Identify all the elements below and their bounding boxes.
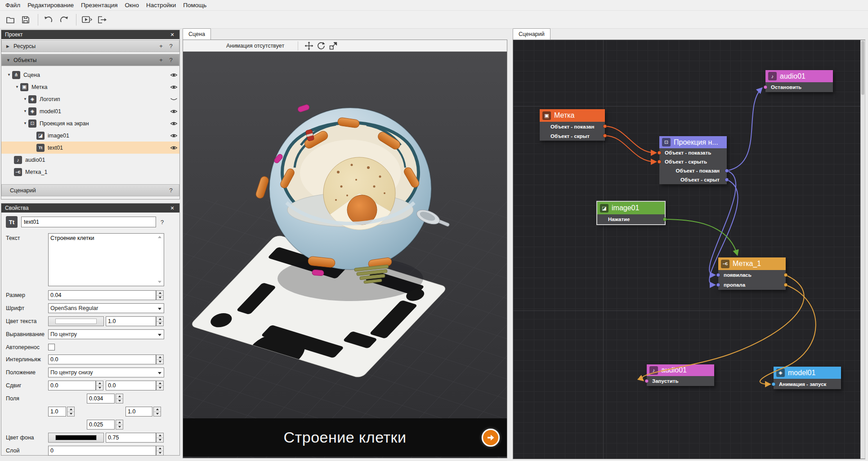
- open-project-button[interactable]: [4, 13, 17, 27]
- add-resource-button[interactable]: +: [157, 43, 165, 49]
- node-audio01-stop[interactable]: ♪ audio01 Остановить: [765, 70, 833, 92]
- node-port-row[interactable]: Анимация - запуск: [774, 379, 841, 389]
- close-icon[interactable]: ✕: [169, 205, 176, 211]
- offset-x-spinner[interactable]: [96, 381, 103, 390]
- bg-color-alpha-spinner[interactable]: [156, 433, 164, 443]
- node-port-row[interactable]: Объект - скрыт: [659, 175, 727, 184]
- menu-window[interactable]: Окно: [121, 0, 143, 10]
- visibility-eye-closed-icon[interactable]: [168, 97, 179, 102]
- tree-item-logo[interactable]: ▼ ◈ Логотип: [1, 93, 179, 105]
- node-port-row[interactable]: пропала: [718, 280, 786, 290]
- size-input[interactable]: [48, 290, 156, 300]
- margin-right-spinner[interactable]: [153, 407, 161, 417]
- tree-item-screen-projection[interactable]: ▼ ⊡ Проекция на экран: [1, 117, 179, 129]
- section-scenario[interactable]: Сценарий ?: [1, 184, 179, 196]
- section-resources[interactable]: ▶ Ресурсы + ?: [1, 40, 179, 52]
- layer-spinner[interactable]: [156, 446, 164, 456]
- bg-color-swatch[interactable]: [48, 433, 104, 443]
- font-select[interactable]: OpenSans Regular: [48, 303, 164, 313]
- chevron-down-icon[interactable]: ▼: [22, 121, 28, 125]
- close-icon[interactable]: ✕: [169, 32, 176, 38]
- menu-settings[interactable]: Настройки: [143, 0, 179, 10]
- node-marker1[interactable]: −Є Метка_1 появилась пропала: [718, 257, 786, 290]
- tree-item-model01[interactable]: ▼ ◈ model01: [1, 105, 179, 117]
- node-port-row[interactable]: Остановить: [765, 82, 833, 92]
- text-color-alpha-input[interactable]: [106, 316, 156, 326]
- position-select[interactable]: По центру снизу: [48, 368, 164, 377]
- node-projection[interactable]: ⊡ Проекция н... Объект - показать Объект…: [659, 136, 727, 184]
- scroll-up-icon[interactable]: [158, 236, 161, 238]
- text-color-alpha-spinner[interactable]: [156, 316, 164, 326]
- tree-item-marker1[interactable]: −Є Метка_1: [1, 166, 179, 178]
- object-name-input[interactable]: [21, 217, 156, 227]
- margin-left-input[interactable]: [48, 407, 66, 417]
- scenario-graph[interactable]: ▣ Метка Объект - показан Объект - скрыт …: [513, 40, 865, 459]
- tab-scene[interactable]: Сцена: [183, 28, 211, 40]
- layer-input[interactable]: [48, 446, 156, 456]
- visibility-eye-icon[interactable]: [168, 84, 179, 90]
- node-port-row[interactable]: Объект - скрыть: [659, 157, 727, 166]
- chevron-down-icon[interactable]: ▼: [6, 73, 12, 77]
- tree-item-text01[interactable]: Tt text01: [1, 142, 179, 154]
- node-port-row[interactable]: Нажатие: [597, 214, 665, 224]
- node-port-row[interactable]: Объект - показан: [540, 122, 605, 131]
- wrap-checkbox[interactable]: [48, 344, 55, 350]
- node-port-row[interactable]: появилась: [718, 270, 786, 280]
- tree-item-image01[interactable]: ◪ image01: [1, 129, 179, 142]
- save-button[interactable]: [19, 13, 32, 27]
- redo-button[interactable]: [57, 13, 71, 27]
- visibility-eye-icon[interactable]: [168, 133, 179, 138]
- node-audio01-start[interactable]: ♪ audio01 Запустить: [647, 364, 714, 386]
- leading-spinner[interactable]: [156, 355, 164, 364]
- scroll-down-icon[interactable]: [158, 281, 161, 283]
- node-marker[interactable]: ▣ Метка Объект - показан Объект - скрыт: [540, 109, 605, 141]
- text-color-swatch[interactable]: [48, 316, 104, 326]
- margin-top-input[interactable]: [87, 394, 115, 403]
- animation-status[interactable]: Анимация отсутствует: [218, 43, 292, 49]
- move-tool-button[interactable]: [304, 41, 314, 51]
- margin-bottom-spinner[interactable]: [116, 420, 123, 430]
- tree-item-audio01[interactable]: ♪ audio01: [1, 154, 179, 166]
- offset-y-spinner[interactable]: [156, 381, 164, 390]
- graph-scrollbar[interactable]: [860, 40, 865, 459]
- scrollbar-thumb[interactable]: [861, 41, 864, 95]
- menu-file[interactable]: Файл: [2, 0, 24, 10]
- start-presentation-button[interactable]: [80, 13, 94, 27]
- rotate-tool-button[interactable]: [316, 41, 327, 51]
- offset-y-input[interactable]: [106, 381, 156, 390]
- chevron-down-icon[interactable]: ▼: [14, 85, 20, 89]
- scenario-help-button[interactable]: ?: [167, 187, 174, 194]
- add-object-button[interactable]: +: [157, 57, 165, 63]
- tab-scenario[interactable]: Сценарий: [513, 28, 550, 40]
- node-port-row[interactable]: Объект - показан: [659, 166, 727, 175]
- next-arrow-button[interactable]: [482, 429, 500, 447]
- node-model01[interactable]: ◈ model01 Анимация - запуск: [774, 367, 841, 389]
- menu-help[interactable]: Помощь: [179, 0, 210, 10]
- tree-item-marker[interactable]: ▼ ▣ Метка: [1, 81, 179, 93]
- text-value-input[interactable]: Строение клетки: [48, 233, 164, 286]
- scale-tool-button[interactable]: [328, 41, 339, 51]
- resources-help-button[interactable]: ?: [167, 43, 174, 49]
- margin-top-spinner[interactable]: [116, 394, 123, 403]
- tree-item-scene[interactable]: ▼ ⋔ Сцена: [1, 69, 179, 81]
- bg-color-alpha-input[interactable]: [106, 433, 156, 443]
- scene-3d-render[interactable]: [183, 52, 507, 458]
- leading-input[interactable]: [48, 355, 156, 364]
- visibility-eye-icon[interactable]: [168, 72, 179, 78]
- export-button[interactable]: [95, 13, 109, 27]
- chevron-down-icon[interactable]: ▼: [22, 109, 28, 113]
- section-objects[interactable]: ▼ Объекты + ?: [1, 54, 179, 66]
- objects-help-button[interactable]: ?: [167, 57, 174, 63]
- undo-button[interactable]: [42, 13, 55, 27]
- visibility-eye-icon[interactable]: [168, 121, 179, 126]
- offset-x-input[interactable]: [48, 381, 96, 390]
- margin-right-input[interactable]: [125, 407, 152, 417]
- menu-presentation[interactable]: Презентация: [77, 0, 121, 10]
- node-port-row[interactable]: Объект - скрыт: [540, 131, 605, 141]
- visibility-eye-icon[interactable]: [168, 145, 179, 151]
- property-help-button[interactable]: ?: [161, 219, 164, 226]
- margin-bottom-input[interactable]: [87, 420, 115, 430]
- visibility-eye-icon[interactable]: [168, 109, 179, 114]
- chevron-down-icon[interactable]: ▼: [22, 97, 28, 101]
- margin-left-spinner[interactable]: [67, 407, 75, 417]
